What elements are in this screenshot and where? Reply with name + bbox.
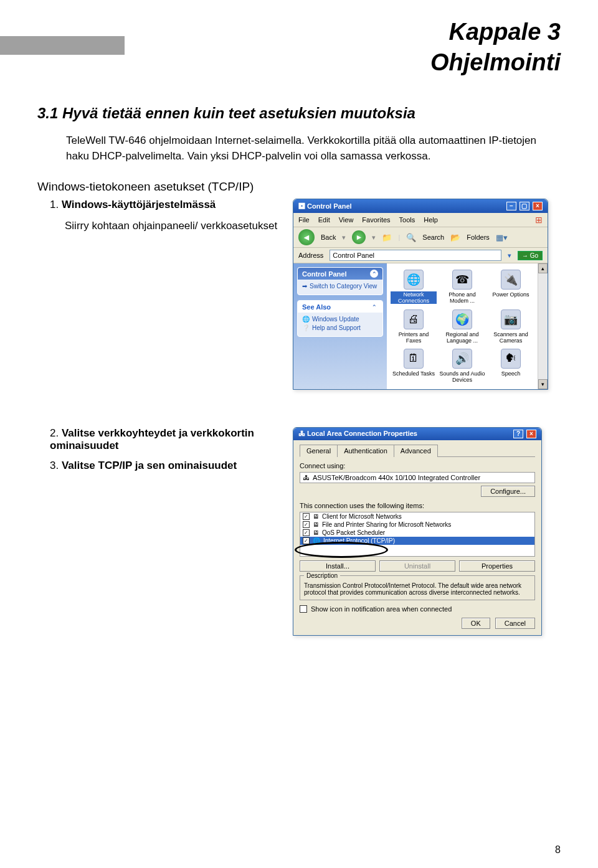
help-button[interactable]: ? (513, 430, 523, 438)
search-icon[interactable]: 🔍 (406, 233, 416, 242)
menu-tools[interactable]: Tools (399, 216, 415, 224)
back-button[interactable]: ◄ (298, 229, 315, 245)
cp-menubar: File Edit View Favorites Tools Help ⊞ (293, 213, 548, 227)
cp-icon-label: Sounds and Audio Devices (439, 370, 485, 383)
cp-icon-label: Scheduled Tasks (391, 370, 437, 377)
cp-icon-glyph: ☎ (452, 270, 472, 290)
cp-icon-glyph: 🔌 (501, 270, 521, 290)
go-button[interactable]: → Go (518, 251, 543, 260)
ok-button[interactable]: OK (462, 618, 490, 629)
adapter-field: 🖧 ASUSTeK/Broadcom 440x 10/100 Integrate… (300, 472, 535, 483)
cp-icon-label: Speech (488, 370, 534, 377)
windows-update-link[interactable]: 🌐 Windows Update (302, 316, 378, 323)
step3-num: 3. (50, 460, 59, 471)
items-label: This connection uses the following items… (300, 502, 535, 509)
tcpip-subheading: Windows-tietokoneen asetukset (TCP/IP) (37, 180, 561, 194)
menu-help[interactable]: Help (424, 216, 438, 224)
folders-label: Folders (467, 234, 490, 241)
cancel-button[interactable]: Cancel (495, 618, 535, 629)
prop-titlebar: 🖧 Local Area Connection Properties ? × (293, 428, 541, 440)
address-input[interactable] (330, 250, 501, 261)
scroll-up-button[interactable]: ▴ (538, 263, 548, 273)
tab-authentication[interactable]: Authentication (337, 445, 394, 457)
step2-title: Valitse verkkoyhteydet ja verkkokortin o… (50, 427, 254, 451)
items-listbox[interactable]: ✓🖥Client for Microsoft Networks ✓🖥File a… (300, 512, 535, 557)
cp-icon-glyph: 📷 (501, 309, 521, 329)
menu-edit[interactable]: Edit (318, 216, 330, 224)
item-client[interactable]: ✓🖥Client for Microsoft Networks (300, 512, 534, 521)
header-bar (0, 36, 125, 55)
close-button[interactable]: × (533, 202, 543, 210)
search-label: Search (422, 234, 444, 241)
up-icon[interactable]: 📁 (382, 233, 392, 242)
prop-tabs: General Authentication Advanced (300, 444, 535, 457)
close-button[interactable]: × (526, 430, 536, 438)
scroll-down-button[interactable]: ▾ (538, 379, 548, 389)
adapter-name: ASUSTeK/Broadcom 440x 10/100 Integrated … (313, 474, 480, 481)
address-label: Address (298, 252, 323, 259)
page-number: 8 (555, 844, 561, 856)
item-qos[interactable]: ✓🖥QoS Packet Scheduler (300, 529, 534, 537)
help-support-link[interactable]: ❔ Help and Support (302, 324, 378, 331)
cp-icon-glyph: 🖨 (404, 309, 424, 329)
connect-using-label: Connect using: (300, 462, 535, 469)
menu-file[interactable]: File (298, 216, 310, 224)
chevron-icon[interactable]: ⌃ (370, 303, 378, 311)
folders-icon[interactable]: 📂 (450, 233, 460, 242)
cp-icon[interactable]: ☎Phone and Modem ... (439, 270, 485, 304)
cp-titlebar: 🞒 Control Panel – ▢ × (293, 199, 548, 213)
maximize-button[interactable]: ▢ (520, 202, 529, 210)
tab-advanced[interactable]: Advanced (394, 445, 438, 457)
item-file-sharing[interactable]: ✓🖥File and Printer Sharing for Microsoft… (300, 521, 534, 529)
chevron-icon[interactable]: ⌃ (370, 270, 378, 278)
step3-title: Valitse TCP/IP ja sen ominaisuudet (62, 460, 237, 471)
cp-icon[interactable]: 📷Scanners and Cameras (488, 309, 534, 344)
nic-icon: 🖧 (303, 474, 310, 481)
scrollbar[interactable]: ▴ ▾ (538, 263, 548, 389)
cp-icon[interactable]: 🌐Network Connections (391, 270, 437, 304)
step1-num: 1. (50, 199, 59, 210)
description-text: Transmission Control Protocol/Internet P… (304, 582, 531, 596)
section-heading: 3.1 Hyvä tietää ennen kuin teet asetuksi… (37, 105, 561, 122)
cp-icon[interactable]: 🔊Sounds and Audio Devices (439, 349, 485, 383)
description-label: Description (304, 572, 340, 579)
show-icon-checkbox[interactable] (300, 605, 307, 613)
sidebox2-title: See Also (302, 303, 331, 311)
cp-icon[interactable]: 🗣Speech (488, 349, 534, 383)
cp-icon-label: Printers and Faxes (391, 331, 437, 344)
cp-icon[interactable]: 🌍Regional and Language ... (439, 309, 485, 344)
cp-icon-label: Power Options (488, 291, 534, 298)
connection-properties-dialog: 🖧 Local Area Connection Properties ? × G… (293, 427, 542, 636)
chapter-subtitle: Ohjelmointi (125, 49, 561, 76)
minimize-button[interactable]: – (506, 202, 516, 210)
menu-view[interactable]: View (339, 216, 354, 224)
cp-sidepanel: Control Panel⌃ ➡ Switch to Category View… (293, 263, 387, 389)
uninstall-button[interactable]: Uninstall (379, 560, 455, 572)
xp-flag-icon: ⊞ (535, 215, 543, 225)
cp-icon-label: Regional and Language ... (439, 331, 485, 344)
install-button[interactable]: Install... (300, 560, 376, 572)
switch-category-link[interactable]: ➡ Switch to Category View (302, 283, 378, 290)
item-tcpip[interactable]: ✓🌐Internet Protocol (TCP/IP) (300, 537, 534, 545)
cp-icon-glyph: 🗓 (404, 349, 424, 369)
step2-num: 2. (50, 427, 59, 439)
show-icon-label: Show icon in notification area when conn… (311, 605, 452, 613)
tab-general[interactable]: General (300, 445, 338, 457)
cp-icon[interactable]: 🔌Power Options (488, 270, 534, 304)
cp-addressbar: Address ▾ → Go (293, 248, 548, 263)
forward-button[interactable]: ► (352, 230, 366, 244)
configure-button[interactable]: Configure... (481, 486, 535, 497)
menu-favorites[interactable]: Favorites (362, 216, 390, 224)
cp-icon-label: Phone and Modem ... (439, 291, 485, 304)
cp-icon-label: Scanners and Cameras (488, 331, 534, 344)
cp-icon-glyph: 🌍 (452, 309, 472, 329)
section-paragraph: TeleWell TW-646 ohjelmoidaan Internet-se… (66, 133, 561, 164)
cp-toolbar: ◄ Back ▾ ► ▾ 📁 | 🔍 Search 📂 Folders ▦▾ (293, 227, 548, 248)
cp-icon[interactable]: 🖨Printers and Faxes (391, 309, 437, 344)
views-icon[interactable]: ▦▾ (496, 233, 508, 242)
properties-button[interactable]: Properties (459, 560, 535, 572)
cp-icon-glyph: 🌐 (404, 270, 424, 290)
cp-icon[interactable]: 🗓Scheduled Tasks (391, 349, 437, 383)
chapter-title: Kappale 3 (125, 19, 561, 45)
cp-icon-glyph: 🔊 (452, 349, 472, 369)
